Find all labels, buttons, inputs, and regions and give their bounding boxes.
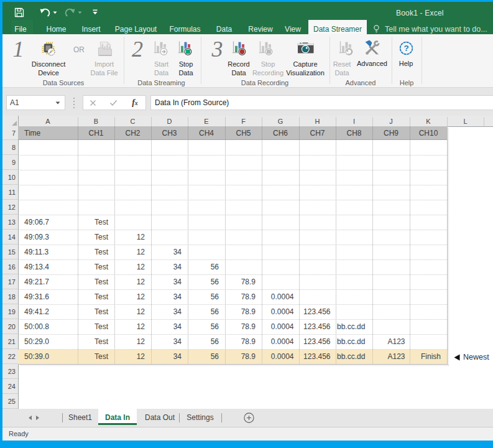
svg-text:?: ? bbox=[403, 44, 408, 53]
